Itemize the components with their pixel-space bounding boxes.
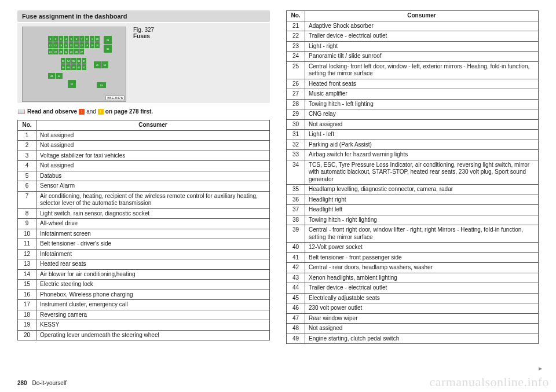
header-no: No. (287, 11, 305, 21)
cell-no: 32 (287, 140, 305, 150)
cell-consumer: Not assigned (36, 161, 270, 171)
fuse-table-right: No. Consumer 21Adaptive Shock absorber22… (286, 10, 539, 344)
cell-consumer: 230 volt power outlet (305, 303, 539, 314)
table-row: 44Trailer device - electrical outlet (287, 283, 539, 294)
cell-no: 21 (287, 21, 305, 31)
table-row: 28Towing hitch - left lighting (287, 99, 539, 109)
cell-consumer: Towing hitch - left lighting (305, 99, 539, 109)
table-row: 27Music amplifier (287, 89, 539, 100)
cell-consumer: Heated rear seats (36, 259, 270, 270)
table-row: 47Rear window wiper (287, 313, 539, 324)
cell-no: 23 (287, 41, 305, 52)
table-row: 7Air conditioning, heating, recipient of… (18, 191, 270, 208)
table-row: 10Infotainment screen (18, 229, 270, 239)
cell-no: 2 (18, 141, 36, 151)
table-row: 38Towing hitch - right lighting (287, 215, 539, 225)
table-row: 15Electric steering lock (18, 280, 270, 290)
cell-no: 44 (287, 283, 305, 294)
cell-no: 38 (287, 215, 305, 225)
cell-consumer: Engine starting, clutch pedal switch (305, 334, 539, 344)
cell-consumer: 12-Volt power socket (305, 243, 539, 253)
table-row: 34TCS, ESC, Tyre Pressure Loss Indicator… (287, 160, 539, 185)
figure-block: 123456789 101112131415161718 19202122232… (17, 23, 270, 103)
table-row: 3Voltage stabilizer for taxi vehicles (18, 151, 270, 161)
page-number: 280 (17, 380, 27, 386)
cell-no: 24 (287, 52, 305, 62)
cell-consumer: Not assigned (36, 141, 270, 151)
cell-no: 14 (18, 269, 36, 280)
read-observe-prefix: Read and observe (27, 108, 77, 115)
table-row: 37Headlight left (287, 205, 539, 215)
cell-no: 27 (287, 89, 305, 100)
figure-title: Fuses (133, 33, 154, 39)
cell-consumer: Instrument cluster, emergency call (36, 300, 270, 310)
cell-no: 17 (18, 300, 36, 310)
cell-consumer: Air blower for air conditioning,heating (36, 269, 270, 280)
header-consumer: Consumer (36, 120, 270, 131)
cell-consumer: Reversing camera (36, 310, 270, 320)
table-row: 25Central locking- front left door, wind… (287, 61, 539, 79)
cell-no: 48 (287, 324, 305, 334)
cell-no: 35 (287, 185, 305, 195)
table-row: 21Adaptive Shock absorber (287, 21, 539, 31)
cell-consumer: CNG relay (305, 109, 539, 120)
table-row: 31Light - left (287, 130, 539, 140)
fuse-box-graphic: 123456789 101112131415161718 19202122232… (36, 32, 112, 96)
cell-no: 41 (287, 252, 305, 263)
cell-no: 12 (18, 249, 36, 259)
table-row: 14Air blower for air conditioning,heatin… (18, 269, 270, 280)
cell-no: 9 (18, 219, 36, 229)
figure-number: Fig. 327 (133, 27, 154, 33)
book-icon: 📖 (17, 108, 25, 115)
table-row: 2Not assigned (18, 141, 270, 151)
cell-no: 10 (18, 229, 36, 239)
page-footer: 280 Do-it-yourself (17, 380, 67, 386)
cell-no: 26 (287, 79, 305, 89)
note-icon: ! (98, 109, 104, 115)
cell-no: 18 (18, 310, 36, 320)
table-row: 5Databus (18, 171, 270, 181)
cell-consumer: Xenon headlights, ambient lighting (305, 273, 539, 283)
watermark: carmanualsonline.info (429, 375, 549, 390)
cell-consumer: Headlamp levelling, diagnostic connector… (305, 185, 539, 195)
cell-no: 37 (287, 205, 305, 215)
cell-consumer: Adaptive Shock absorber (305, 21, 539, 31)
cell-consumer: Light - right (305, 41, 539, 52)
cell-no: 8 (18, 208, 36, 219)
header-consumer: Consumer (305, 11, 539, 21)
section-title: Fuse assignment in the dashboard (17, 10, 270, 22)
page-content: Fuse assignment in the dashboard 1234567… (0, 0, 556, 350)
cell-no: 47 (287, 313, 305, 324)
cell-no: 36 (287, 195, 305, 205)
continue-marker: ▸ (539, 364, 542, 372)
cell-consumer: Belt tensioner - driver's side (36, 239, 270, 250)
table-row: 8Light switch, rain sensor, diagnostic s… (18, 208, 270, 219)
read-observe-note: 📖 Read and observe ! and ! on page 278 f… (17, 108, 270, 115)
cell-consumer: Towing hitch - right lighting (305, 215, 539, 225)
table-row: 43Xenon headlights, ambient lighting (287, 273, 539, 283)
table-row: 23Light - right (287, 41, 539, 52)
table-row: 18Reversing camera (18, 310, 270, 320)
cell-no: 1 (18, 130, 36, 141)
table-row: 22Trailer device - electrical outlet (287, 31, 539, 42)
cell-no: 25 (287, 61, 305, 79)
cell-consumer: Light - left (305, 130, 539, 140)
cell-consumer: Central - front right door, window lifte… (305, 225, 539, 243)
cell-consumer: Operating lever underneath the steering … (36, 330, 270, 340)
cell-consumer: KESSY (36, 320, 270, 331)
cell-no: 46 (287, 303, 305, 314)
cell-no: 29 (287, 109, 305, 120)
table-row: 19KESSY (18, 320, 270, 331)
cell-no: 5 (18, 171, 36, 181)
cell-no: 3 (18, 151, 36, 161)
cell-consumer: Rear window wiper (305, 313, 539, 324)
cell-consumer: Electrically adjustable seats (305, 293, 539, 303)
cell-no: 31 (287, 130, 305, 140)
table-row: 30Not assigned (287, 119, 539, 130)
table-row: 45Electrically adjustable seats (287, 293, 539, 303)
table-row: 33Airbag switch for hazard warning light… (287, 150, 539, 160)
right-column: No. Consumer 21Adaptive Shock absorber22… (286, 10, 539, 344)
left-column: Fuse assignment in the dashboard 1234567… (17, 10, 270, 344)
cell-consumer: Headlight left (305, 205, 539, 215)
cell-consumer: Headlight right (305, 195, 539, 205)
